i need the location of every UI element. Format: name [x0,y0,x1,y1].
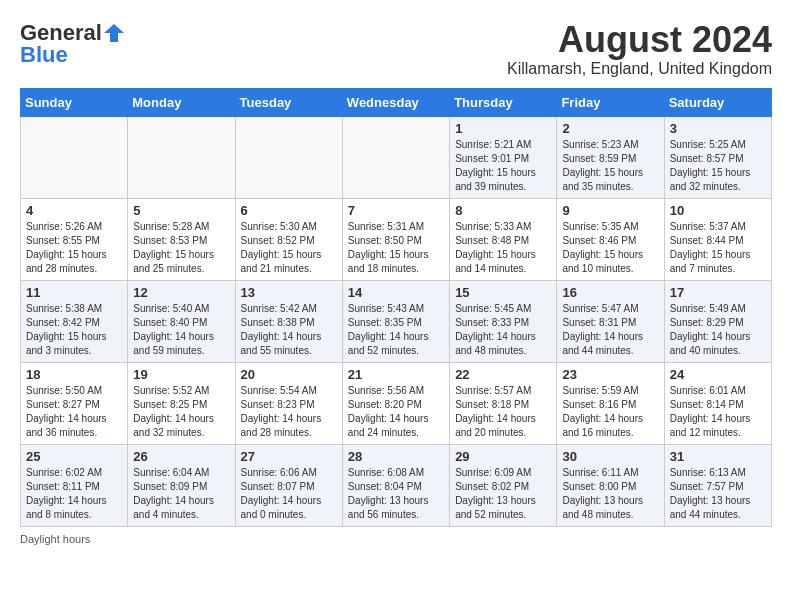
day-number: 22 [455,367,551,382]
day-info: Sunrise: 5:59 AMSunset: 8:16 PMDaylight:… [562,384,658,440]
calendar-cell [235,116,342,198]
calendar-cell: 11Sunrise: 5:38 AMSunset: 8:42 PMDayligh… [21,280,128,362]
day-info: Sunrise: 6:02 AMSunset: 8:11 PMDaylight:… [26,466,122,522]
calendar-cell: 24Sunrise: 6:01 AMSunset: 8:14 PMDayligh… [664,362,771,444]
day-number: 19 [133,367,229,382]
footer-note: Daylight hours [20,533,772,545]
day-number: 25 [26,449,122,464]
day-info: Sunrise: 6:01 AMSunset: 8:14 PMDaylight:… [670,384,766,440]
title-area: August 2024 Killamarsh, England, United … [507,20,772,78]
day-number: 7 [348,203,444,218]
day-number: 9 [562,203,658,218]
calendar-cell: 14Sunrise: 5:43 AMSunset: 8:35 PMDayligh… [342,280,449,362]
calendar-cell: 21Sunrise: 5:56 AMSunset: 8:20 PMDayligh… [342,362,449,444]
day-info: Sunrise: 6:11 AMSunset: 8:00 PMDaylight:… [562,466,658,522]
calendar-cell: 1Sunrise: 5:21 AMSunset: 9:01 PMDaylight… [450,116,557,198]
day-number: 28 [348,449,444,464]
day-info: Sunrise: 5:30 AMSunset: 8:52 PMDaylight:… [241,220,337,276]
calendar-cell: 22Sunrise: 5:57 AMSunset: 8:18 PMDayligh… [450,362,557,444]
day-number: 26 [133,449,229,464]
day-info: Sunrise: 5:28 AMSunset: 8:53 PMDaylight:… [133,220,229,276]
header: General Blue August 2024 Killamarsh, Eng… [20,20,772,78]
day-number: 17 [670,285,766,300]
day-info: Sunrise: 5:50 AMSunset: 8:27 PMDaylight:… [26,384,122,440]
day-number: 31 [670,449,766,464]
logo-blue: Blue [20,42,68,68]
day-info: Sunrise: 5:56 AMSunset: 8:20 PMDaylight:… [348,384,444,440]
calendar-header-saturday: Saturday [664,88,771,116]
day-number: 6 [241,203,337,218]
day-number: 18 [26,367,122,382]
day-info: Sunrise: 5:54 AMSunset: 8:23 PMDaylight:… [241,384,337,440]
day-info: Sunrise: 5:52 AMSunset: 8:25 PMDaylight:… [133,384,229,440]
day-number: 8 [455,203,551,218]
calendar-cell: 27Sunrise: 6:06 AMSunset: 8:07 PMDayligh… [235,444,342,526]
main-title: August 2024 [507,20,772,60]
subtitle: Killamarsh, England, United Kingdom [507,60,772,78]
day-number: 14 [348,285,444,300]
day-number: 12 [133,285,229,300]
day-info: Sunrise: 5:40 AMSunset: 8:40 PMDaylight:… [133,302,229,358]
day-number: 11 [26,285,122,300]
calendar-cell: 31Sunrise: 6:13 AMSunset: 7:57 PMDayligh… [664,444,771,526]
calendar-header-sunday: Sunday [21,88,128,116]
calendar-cell: 12Sunrise: 5:40 AMSunset: 8:40 PMDayligh… [128,280,235,362]
day-number: 29 [455,449,551,464]
day-info: Sunrise: 5:21 AMSunset: 9:01 PMDaylight:… [455,138,551,194]
calendar-cell: 2Sunrise: 5:23 AMSunset: 8:59 PMDaylight… [557,116,664,198]
calendar-cell: 19Sunrise: 5:52 AMSunset: 8:25 PMDayligh… [128,362,235,444]
calendar-week-row: 11Sunrise: 5:38 AMSunset: 8:42 PMDayligh… [21,280,772,362]
day-info: Sunrise: 5:42 AMSunset: 8:38 PMDaylight:… [241,302,337,358]
day-info: Sunrise: 5:35 AMSunset: 8:46 PMDaylight:… [562,220,658,276]
day-number: 5 [133,203,229,218]
logo: General Blue [20,20,126,68]
day-info: Sunrise: 5:43 AMSunset: 8:35 PMDaylight:… [348,302,444,358]
day-number: 16 [562,285,658,300]
calendar-cell: 29Sunrise: 6:09 AMSunset: 8:02 PMDayligh… [450,444,557,526]
day-info: Sunrise: 5:47 AMSunset: 8:31 PMDaylight:… [562,302,658,358]
day-info: Sunrise: 5:25 AMSunset: 8:57 PMDaylight:… [670,138,766,194]
calendar-cell: 25Sunrise: 6:02 AMSunset: 8:11 PMDayligh… [21,444,128,526]
calendar-cell: 15Sunrise: 5:45 AMSunset: 8:33 PMDayligh… [450,280,557,362]
calendar-cell: 7Sunrise: 5:31 AMSunset: 8:50 PMDaylight… [342,198,449,280]
calendar-cell: 13Sunrise: 5:42 AMSunset: 8:38 PMDayligh… [235,280,342,362]
calendar-cell: 8Sunrise: 5:33 AMSunset: 8:48 PMDaylight… [450,198,557,280]
day-info: Sunrise: 5:57 AMSunset: 8:18 PMDaylight:… [455,384,551,440]
calendar-cell: 5Sunrise: 5:28 AMSunset: 8:53 PMDaylight… [128,198,235,280]
calendar-header-row: SundayMondayTuesdayWednesdayThursdayFrid… [21,88,772,116]
day-number: 4 [26,203,122,218]
day-number: 2 [562,121,658,136]
day-number: 3 [670,121,766,136]
calendar-cell [21,116,128,198]
calendar-cell: 9Sunrise: 5:35 AMSunset: 8:46 PMDaylight… [557,198,664,280]
day-info: Sunrise: 5:37 AMSunset: 8:44 PMDaylight:… [670,220,766,276]
calendar-cell: 18Sunrise: 5:50 AMSunset: 8:27 PMDayligh… [21,362,128,444]
calendar-header-thursday: Thursday [450,88,557,116]
calendar-week-row: 4Sunrise: 5:26 AMSunset: 8:55 PMDaylight… [21,198,772,280]
calendar-week-row: 25Sunrise: 6:02 AMSunset: 8:11 PMDayligh… [21,444,772,526]
day-number: 23 [562,367,658,382]
svg-marker-0 [104,24,124,42]
calendar-week-row: 18Sunrise: 5:50 AMSunset: 8:27 PMDayligh… [21,362,772,444]
calendar-cell: 23Sunrise: 5:59 AMSunset: 8:16 PMDayligh… [557,362,664,444]
day-info: Sunrise: 5:31 AMSunset: 8:50 PMDaylight:… [348,220,444,276]
day-info: Sunrise: 5:49 AMSunset: 8:29 PMDaylight:… [670,302,766,358]
calendar-cell: 20Sunrise: 5:54 AMSunset: 8:23 PMDayligh… [235,362,342,444]
day-number: 21 [348,367,444,382]
day-info: Sunrise: 6:08 AMSunset: 8:04 PMDaylight:… [348,466,444,522]
calendar-cell: 17Sunrise: 5:49 AMSunset: 8:29 PMDayligh… [664,280,771,362]
calendar-header-wednesday: Wednesday [342,88,449,116]
day-info: Sunrise: 6:04 AMSunset: 8:09 PMDaylight:… [133,466,229,522]
calendar-cell: 6Sunrise: 5:30 AMSunset: 8:52 PMDaylight… [235,198,342,280]
calendar-cell: 26Sunrise: 6:04 AMSunset: 8:09 PMDayligh… [128,444,235,526]
day-info: Sunrise: 5:26 AMSunset: 8:55 PMDaylight:… [26,220,122,276]
calendar-cell: 30Sunrise: 6:11 AMSunset: 8:00 PMDayligh… [557,444,664,526]
day-info: Sunrise: 6:13 AMSunset: 7:57 PMDaylight:… [670,466,766,522]
calendar-header-tuesday: Tuesday [235,88,342,116]
calendar-cell: 10Sunrise: 5:37 AMSunset: 8:44 PMDayligh… [664,198,771,280]
logo-icon [103,22,125,44]
day-number: 10 [670,203,766,218]
day-number: 1 [455,121,551,136]
calendar-cell: 16Sunrise: 5:47 AMSunset: 8:31 PMDayligh… [557,280,664,362]
day-info: Sunrise: 5:45 AMSunset: 8:33 PMDaylight:… [455,302,551,358]
